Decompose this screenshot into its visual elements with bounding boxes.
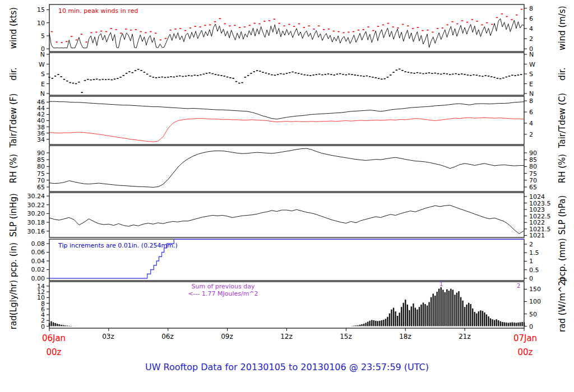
slp-panel-border (49, 193, 524, 237)
svg-text:2: 2 (529, 35, 533, 43)
rh-panel-border (49, 146, 524, 192)
svg-text:30.20: 30.20 (27, 210, 45, 217)
wind-right-axis-title: wind (m/s) (557, 6, 567, 50)
svg-text:1021.5: 1021.5 (529, 226, 551, 233)
slp-panel: 30.1630.1830.2030.2230.2410211021.510221… (27, 193, 551, 239)
svg-text:W: W (39, 61, 45, 68)
svg-text:30.24: 30.24 (27, 193, 45, 200)
svg-text:90: 90 (529, 150, 537, 157)
dir-panel: NESWNNESWN (39, 51, 535, 97)
svg-text:80: 80 (529, 163, 537, 170)
svg-text:1022: 1022 (529, 219, 545, 226)
svg-text:0.08: 0.08 (31, 240, 45, 248)
x-tick-21z: 21z (452, 333, 477, 340)
svg-text:5: 5 (41, 32, 45, 40)
meteogram-page: 05101502468NESWNNESWN3436384042444624686… (0, 0, 574, 392)
svg-text:0.00: 0.00 (31, 275, 45, 282)
x-end-date-label: 07Jan 00z (507, 332, 543, 360)
x-end-date-line2: 00z (507, 346, 543, 360)
svg-text:N: N (40, 90, 45, 97)
svg-text:42: 42 (37, 111, 45, 118)
svg-text:N: N (529, 90, 534, 97)
svg-text:100: 100 (529, 298, 541, 305)
x-start-date-line2: 00z (36, 346, 72, 360)
svg-text:8: 8 (529, 97, 533, 105)
svg-text:0: 0 (529, 323, 533, 330)
svg-text:75: 75 (37, 170, 45, 178)
rad-sum-note-line1: Sum of previous day (161, 283, 285, 290)
svg-text:30.16: 30.16 (27, 228, 45, 235)
svg-text:40: 40 (37, 117, 45, 124)
svg-text:90: 90 (37, 150, 45, 157)
svg-text:E: E (41, 81, 45, 88)
pcp-left-axis-title: pcp. (in) (8, 242, 18, 277)
tdew_f-trace (49, 118, 524, 142)
svg-text:6: 6 (529, 109, 533, 116)
svg-text:S: S (41, 71, 45, 78)
svg-text:34: 34 (37, 136, 45, 143)
svg-text:N: N (40, 51, 45, 58)
svg-text:1023.5: 1023.5 (529, 200, 551, 207)
svg-text:0.04: 0.04 (31, 258, 45, 265)
x-tick-09z: 09z (215, 333, 239, 340)
svg-text:10: 10 (37, 20, 45, 27)
svg-text:80: 80 (37, 163, 45, 170)
svg-text:2: 2 (529, 131, 533, 138)
svg-text:4: 4 (529, 25, 533, 32)
svg-text:36: 36 (37, 130, 45, 137)
temp-panel-border (49, 96, 524, 144)
svg-text:6: 6 (529, 15, 533, 22)
svg-text:85: 85 (37, 156, 45, 164)
svg-text:15: 15 (37, 6, 45, 13)
rad-left-axis-title: rad(Lgly/hr) (8, 280, 18, 329)
svg-text:65: 65 (37, 184, 45, 191)
svg-text:0.06: 0.06 (31, 249, 45, 256)
x-tick-15z: 15z (334, 333, 358, 340)
svg-text:W: W (529, 61, 535, 68)
wind-left-axis-title: wind (kts) (8, 7, 18, 49)
x-start-date-label: 06Jan 00z (36, 332, 72, 360)
svg-text:30.22: 30.22 (27, 202, 45, 209)
slp-left-axis-title: SLP (inHg) (8, 193, 18, 237)
svg-text:1.5: 1.5 (529, 249, 539, 256)
tair_f-trace (49, 101, 524, 119)
svg-text:70: 70 (37, 177, 45, 184)
svg-text:E: E (529, 81, 533, 88)
temp-right-axis-title: Tair/Tdew (C) (557, 93, 567, 148)
svg-text:1: 1 (529, 258, 533, 265)
svg-text:S: S (529, 71, 533, 78)
svg-text:0.02: 0.02 (31, 266, 45, 273)
x-tick-18z: 18z (393, 333, 418, 340)
svg-text:1024: 1024 (529, 193, 545, 200)
svg-text:46: 46 (37, 99, 45, 106)
slp-right-axis-title: SLP (hPa) (557, 195, 567, 235)
svg-text:150: 150 (529, 286, 541, 293)
svg-text:2: 2 (529, 241, 533, 248)
rh-left-axis-title: RH (%) (8, 154, 18, 183)
slp_inhg-trace (49, 206, 524, 234)
dir-right-axis-title: dir. (557, 67, 567, 80)
wind-peak-note: 10 min. peak winds in red (58, 7, 138, 15)
x-tick-06z: 06z (155, 333, 180, 340)
svg-text:4: 4 (529, 120, 533, 127)
svg-text:0: 0 (529, 275, 533, 282)
rad-sum-note-line2: <--- 1.77 MJoules/m^2 (161, 290, 285, 297)
x-tick-12z: 12z (274, 333, 299, 340)
rad-panel: 02468101214050100150 (37, 282, 541, 330)
pcp-tip-note: Tip increments are 0.01in. (0.254mm.) (58, 242, 178, 249)
page-title: UW Rooftop Data for 20130105 to 20130106… (0, 362, 574, 372)
svg-text:N: N (529, 51, 534, 58)
svg-text:14: 14 (37, 283, 45, 290)
x-tick-03z: 03z (96, 333, 121, 340)
svg-text:8: 8 (529, 5, 533, 12)
svg-text:85: 85 (529, 156, 537, 164)
rh-right-axis-title: RH (%) (557, 154, 567, 183)
rh_pct-trace (49, 148, 524, 187)
svg-text:50: 50 (529, 311, 537, 318)
x-end-date-line1: 07Jan (507, 332, 543, 346)
dir-left-axis-title: dir. (8, 67, 18, 80)
pcp-right-axis-title: pcp. (mm) (557, 238, 567, 282)
svg-text:65: 65 (529, 184, 537, 191)
temp-panel: 343638404244462468 (37, 96, 533, 144)
svg-text:30.18: 30.18 (27, 219, 45, 226)
